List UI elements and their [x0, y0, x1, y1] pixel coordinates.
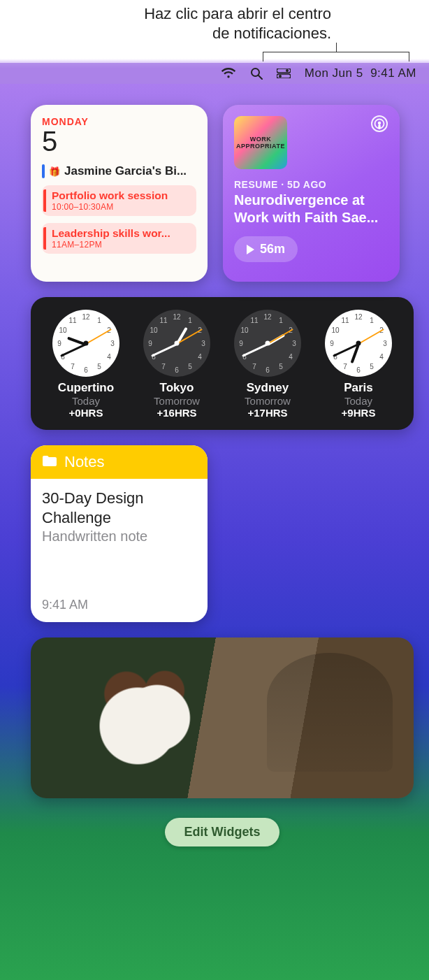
spotlight-icon[interactable] [250, 67, 263, 80]
city-name: Paris [317, 381, 400, 395]
svg-point-5 [279, 75, 282, 78]
calendar-all-day-title: Jasmine Garcia's Bi... [64, 164, 187, 178]
podcast-duration: 56m [260, 242, 285, 257]
podcast-artwork-label: WORK APPROPRIATE [234, 136, 287, 150]
notes-widget[interactable]: Notes 30-Day Design Challenge Handwritte… [31, 445, 208, 622]
annotation-line1: Haz clic para abrir el centro [0, 4, 331, 24]
play-icon [247, 245, 254, 254]
edit-widgets-button[interactable]: Edit Widgets [165, 818, 280, 846]
calendar-widget[interactable]: MONDAY 5 🎁 Jasmine Garcia's Bi... Portfo… [31, 105, 208, 282]
control-center-icon[interactable] [277, 69, 291, 78]
city-name: Tokyo [135, 381, 219, 395]
podcast-play-button[interactable]: 56m [234, 236, 298, 262]
city-name: Sydney [226, 381, 310, 395]
clock-face: 121234567891011 [52, 310, 119, 377]
birthday-icon: 🎁 [49, 167, 60, 176]
note-subtitle: Handwritten note [42, 528, 196, 545]
calendar-event-time: 10:00–10:30AM [52, 202, 168, 212]
clock-face: 121234567891011 [325, 310, 392, 377]
wifi-icon[interactable] [221, 68, 236, 79]
menubar-date: Mon Jun 5 [305, 66, 363, 80]
world-clock-widget[interactable]: 121234567891011CupertinoToday+0HRS121234… [31, 297, 414, 430]
svg-line-1 [259, 75, 262, 79]
menubar-clock[interactable]: Mon Jun 5 9:41 AM [305, 66, 416, 80]
calendar-all-day-event: 🎁 Jasmine Garcia's Bi... [42, 164, 196, 178]
note-title: 30-Day Design Challenge [42, 489, 196, 527]
calendar-day-number: 5 [42, 126, 196, 157]
clock-face: 121234567891011 [143, 310, 210, 377]
menu-bar: Mon Jun 5 9:41 AM [0, 63, 429, 84]
photos-widget[interactable] [31, 637, 414, 798]
podcast-artwork: WORK APPROPRIATE [234, 116, 287, 169]
calendar-event-title: Leadership skills wor... [52, 227, 170, 240]
city-offset: +17HRS [226, 407, 310, 419]
podcast-status: RESUME · 5D AGO [234, 179, 388, 190]
note-timestamp: 9:41 AM [42, 598, 196, 612]
svg-point-8 [378, 122, 381, 124]
clock-face: 121234567891011 [234, 310, 301, 377]
notes-header-label: Notes [64, 453, 104, 471]
city-name: Cupertino [44, 381, 128, 395]
podcast-episode-title: Neurodivergence at Work with Faith Sae..… [234, 192, 388, 226]
city-offset: +0HRS [44, 407, 128, 419]
calendar-event: Portfolio work session 10:00–10:30AM [42, 185, 196, 216]
city-day: Today [44, 395, 128, 407]
city-day: Tomorrow [135, 395, 219, 407]
world-clock-city: 121234567891011CupertinoToday+0HRS [44, 310, 128, 419]
podcast-widget[interactable]: WORK APPROPRIATE RESUME · 5D AGO Neurodi… [223, 105, 400, 282]
menubar-time: 9:41 AM [370, 66, 416, 80]
svg-point-3 [286, 69, 289, 72]
city-day: Today [317, 395, 400, 407]
notes-header: Notes [31, 445, 208, 479]
podcasts-app-icon [370, 115, 388, 136]
notification-center-widgets: MONDAY 5 🎁 Jasmine Garcia's Bi... Portfo… [31, 105, 414, 846]
folder-icon [42, 453, 57, 471]
world-clock-city: 121234567891011TokyoTomorrow+16HRS [135, 310, 219, 419]
annotation-line2: de notificaciones. [0, 24, 331, 43]
world-clock-city: 121234567891011SydneyTomorrow+17HRS [226, 310, 310, 419]
city-offset: +16HRS [135, 407, 219, 419]
world-clock-city: 121234567891011ParisToday+9HRS [317, 310, 400, 419]
calendar-event-time: 11AM–12PM [52, 240, 170, 250]
annotation-callout: Haz clic para abrir el centro de notific… [0, 4, 429, 43]
city-offset: +9HRS [317, 407, 400, 419]
calendar-event-title: Portfolio work session [52, 189, 168, 202]
calendar-event: Leadership skills wor... 11AM–12PM [42, 223, 196, 254]
city-day: Tomorrow [226, 395, 310, 407]
svg-rect-9 [378, 124, 380, 129]
annotation-bracket [263, 52, 409, 62]
edit-widgets-label: Edit Widgets [184, 825, 261, 839]
